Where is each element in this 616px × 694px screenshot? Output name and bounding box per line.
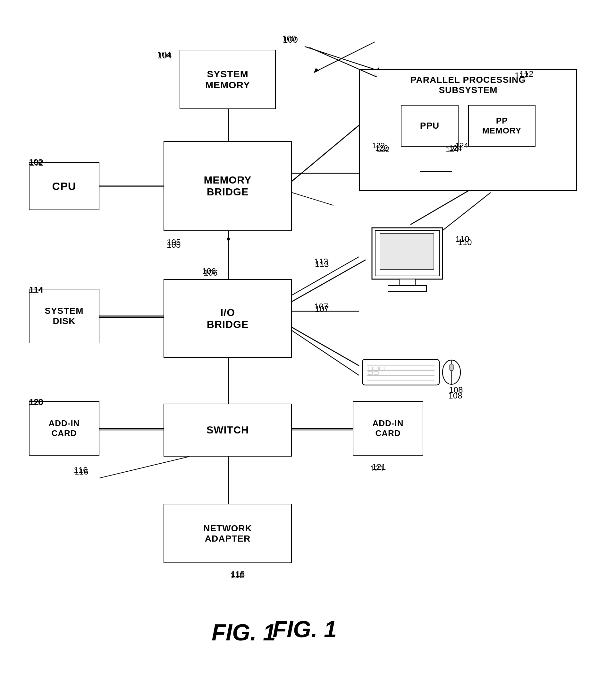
label-124: 124 bbox=[449, 144, 462, 153]
ppu-box: PPU bbox=[401, 105, 459, 147]
label-121: 121 bbox=[370, 464, 384, 474]
pp-memory-label: PP MEMORY bbox=[482, 116, 521, 136]
pp-memory-box: PP MEMORY bbox=[468, 105, 536, 147]
svg-line-39 bbox=[292, 193, 334, 205]
fig-label: FIG. 1 bbox=[212, 619, 276, 645]
switch-label: SWITCH bbox=[206, 424, 249, 436]
label-113: 113 bbox=[315, 259, 329, 269]
label-102: 102 bbox=[30, 158, 43, 168]
label-105: 105 bbox=[167, 240, 181, 250]
monitor-icon bbox=[366, 224, 449, 295]
switch-box: SWITCH bbox=[164, 404, 292, 457]
label-106: 106 bbox=[204, 268, 218, 278]
parallel-processing-label: PARALLEL PROCESSING SUBSYSTEM bbox=[365, 75, 572, 95]
svg-rect-20 bbox=[380, 234, 434, 270]
svg-rect-29 bbox=[374, 367, 378, 370]
label-104: 104 bbox=[158, 51, 171, 61]
network-adapter-box: NETWORK ADAPTER bbox=[164, 504, 292, 563]
label-112: 112 bbox=[515, 71, 528, 80]
add-in-card-left-box: ADD-IN CARD bbox=[29, 401, 99, 456]
add-in-card-right-box: ADD-IN CARD bbox=[353, 401, 423, 456]
diagram-container: 100 SYSTEM MEMORY 104 CPU 102 MEMORY BRI… bbox=[0, 0, 616, 694]
label-120: 120 bbox=[30, 397, 43, 407]
ppu-label: PPU bbox=[420, 121, 440, 131]
svg-marker-17 bbox=[314, 68, 319, 73]
network-adapter-label: NETWORK ADAPTER bbox=[203, 523, 252, 544]
svg-line-16 bbox=[317, 42, 375, 71]
svg-line-51 bbox=[99, 457, 189, 478]
svg-line-43 bbox=[292, 327, 359, 366]
svg-rect-31 bbox=[368, 371, 373, 375]
label-108: 108 bbox=[448, 391, 462, 401]
label-100: 100 bbox=[283, 35, 298, 45]
system-memory-box: SYSTEM MEMORY bbox=[180, 50, 276, 109]
label-122: 122 bbox=[375, 144, 388, 153]
svg-rect-35 bbox=[450, 364, 453, 370]
svg-rect-22 bbox=[388, 286, 427, 291]
memory-bridge-label: MEMORY BRIDGE bbox=[204, 174, 252, 198]
add-in-card-right-label: ADD-IN CARD bbox=[373, 418, 404, 438]
memory-bridge-box: MEMORY BRIDGE bbox=[164, 141, 292, 231]
label-118: 118 bbox=[230, 570, 244, 580]
keyboard-mouse-icon bbox=[359, 353, 462, 395]
svg-rect-28 bbox=[368, 367, 373, 370]
label-116: 116 bbox=[74, 467, 88, 477]
parallel-processing-box: PARALLEL PROCESSING SUBSYSTEM PPU PP MEM… bbox=[359, 69, 577, 191]
svg-rect-30 bbox=[380, 367, 384, 370]
svg-rect-21 bbox=[399, 279, 415, 286]
label-114: 114 bbox=[30, 285, 43, 295]
svg-rect-32 bbox=[374, 371, 378, 375]
label-107: 107 bbox=[315, 304, 329, 314]
svg-point-41 bbox=[227, 237, 230, 241]
svg-line-50 bbox=[410, 191, 468, 224]
system-memory-label: SYSTEM MEMORY bbox=[205, 69, 250, 90]
io-bridge-label: I/O BRIDGE bbox=[207, 307, 248, 330]
cpu-box: CPU bbox=[29, 162, 99, 210]
system-disk-label: SYSTEM DISK bbox=[44, 306, 83, 326]
io-bridge-box: I/O BRIDGE bbox=[164, 279, 292, 358]
label-110: 110 bbox=[458, 237, 472, 248]
add-in-card-left-label: ADD-IN CARD bbox=[49, 418, 80, 438]
svg-line-38 bbox=[292, 125, 359, 181]
cpu-label: CPU bbox=[52, 180, 76, 193]
svg-line-7 bbox=[292, 330, 359, 376]
system-disk-box: SYSTEM DISK bbox=[29, 289, 99, 343]
